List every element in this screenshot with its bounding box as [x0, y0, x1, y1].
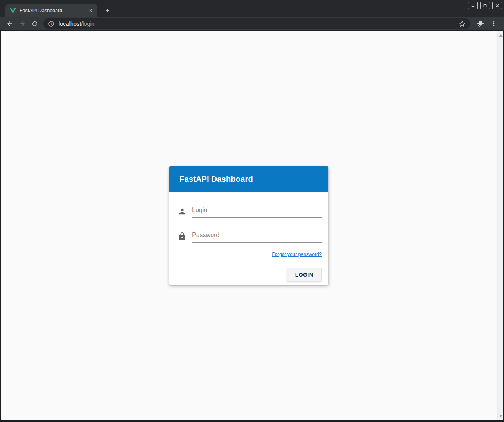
tab-close-icon[interactable] — [88, 7, 94, 14]
url-path: /login — [81, 21, 95, 27]
forgot-password-link[interactable]: Forgot your password? — [272, 252, 322, 257]
url-text[interactable]: localhost/login — [59, 21, 95, 27]
login-card-header: FastAPI Dashboard — [169, 166, 328, 192]
forward-arrow-icon — [19, 20, 26, 27]
login-card-body: Forgot your password? LOGIN — [169, 192, 328, 285]
login-card: FastAPI Dashboard Forgot your password? … — [169, 166, 328, 285]
menu-dots-icon — [491, 21, 497, 27]
lock-icon — [178, 232, 187, 241]
reload-icon — [31, 20, 38, 27]
password-input[interactable] — [192, 232, 322, 243]
forgot-password-row: Forgot your password? — [178, 250, 322, 257]
site-info-icon[interactable] — [48, 21, 54, 27]
reload-button[interactable] — [29, 18, 41, 29]
login-input[interactable] — [192, 207, 322, 218]
browser-menu-button[interactable] — [487, 18, 500, 29]
new-tab-button[interactable] — [103, 6, 111, 14]
login-card-title: FastAPI Dashboard — [179, 175, 253, 184]
plus-icon — [104, 7, 110, 13]
browser-toolbar: localhost/login — [0, 17, 504, 31]
tab-title: FastAPI Dashboard — [20, 8, 88, 13]
login-button[interactable]: LOGIN — [287, 268, 322, 282]
browser-window: FastAPI Dashboard — [0, 0, 504, 422]
address-bar[interactable]: localhost/login — [43, 18, 470, 29]
close-button[interactable] — [492, 2, 502, 9]
scroll-up-icon[interactable] — [499, 34, 503, 37]
window-controls — [466, 2, 502, 9]
person-icon — [178, 207, 187, 216]
minimize-button[interactable] — [468, 2, 478, 9]
password-field-row — [178, 232, 322, 243]
forward-button[interactable] — [16, 18, 29, 29]
vue-logo-icon — [10, 7, 16, 14]
url-host: localhost — [59, 21, 81, 27]
incognito-badge — [474, 18, 487, 29]
scroll-down-icon[interactable] — [499, 415, 503, 417]
tab-strip: FastAPI Dashboard — [0, 0, 504, 17]
maximize-button[interactable] — [480, 2, 490, 9]
scrollbar[interactable] — [497, 31, 503, 420]
minimize-icon — [471, 4, 475, 8]
maximize-icon — [483, 4, 487, 8]
login-field-row — [178, 207, 322, 218]
back-button[interactable] — [4, 18, 16, 29]
page-content: FastAPI Dashboard Forgot your password? … — [1, 31, 503, 420]
close-icon — [495, 4, 499, 8]
browser-tab[interactable]: FastAPI Dashboard — [5, 4, 97, 17]
bookmark-star-icon[interactable] — [458, 20, 466, 28]
login-button-row: LOGIN — [178, 268, 322, 282]
back-arrow-icon — [6, 20, 13, 27]
incognito-icon — [477, 20, 484, 28]
